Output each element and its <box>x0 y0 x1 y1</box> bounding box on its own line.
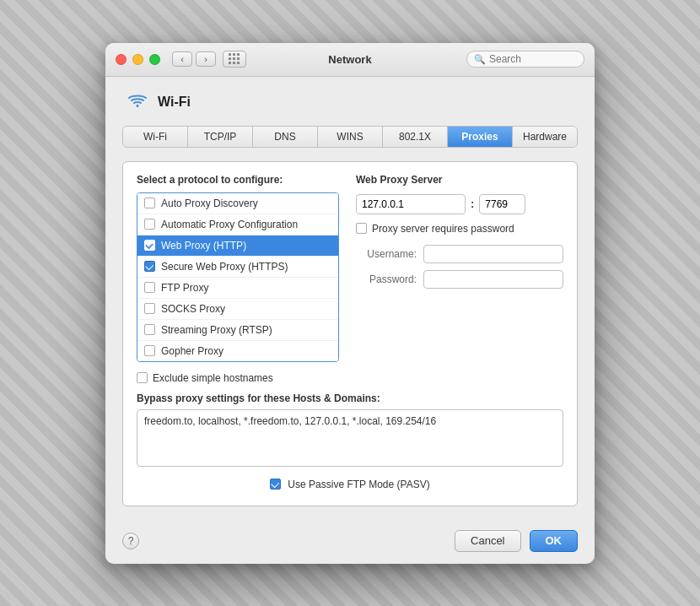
tab-wins[interactable]: WINS <box>318 127 383 147</box>
checkbox-streaming[interactable] <box>144 324 155 335</box>
protocol-item-streaming[interactable]: Streaming Proxy (RTSP) <box>137 320 338 341</box>
proxy-port-input[interactable] <box>479 194 525 214</box>
content-area: Wi-Fi Wi-Fi TCP/IP DNS WINS 802.1X Proxi… <box>105 77 595 520</box>
passive-ftp-label: Use Passive FTP Mode (PASV) <box>288 479 429 490</box>
network-window: ‹ › Network 🔍 <box>105 43 595 564</box>
protocol-item-auto-config[interactable]: Automatic Proxy Configuration <box>137 214 338 235</box>
protocol-label-gopher: Gopher Proxy <box>161 345 223 357</box>
proxy-ip-input[interactable] <box>356 194 466 214</box>
tab-proxies[interactable]: Proxies <box>448 127 513 147</box>
wifi-header: Wi-Fi <box>122 90 578 114</box>
footer: ? Cancel OK <box>105 520 595 564</box>
colon-separator: : <box>471 197 474 210</box>
checkbox-socks[interactable] <box>144 303 155 314</box>
tabs-bar: Wi-Fi TCP/IP DNS WINS 802.1X Proxies Har… <box>122 126 578 148</box>
tab-8021x[interactable]: 802.1X <box>383 127 448 147</box>
protocol-list: Auto Proxy Discovery Automatic Proxy Con… <box>137 192 339 362</box>
tab-dns[interactable]: DNS <box>253 127 318 147</box>
window-title: Network <box>328 53 371 66</box>
password-field-row: Password: <box>356 270 563 289</box>
password-row: Proxy server requires password <box>356 223 563 235</box>
search-bar[interactable]: 🔍 <box>466 51 584 68</box>
exclude-checkbox[interactable] <box>137 372 148 383</box>
protocol-label-web-https: Secure Web Proxy (HTTPS) <box>161 261 288 273</box>
cancel-button[interactable]: Cancel <box>455 530 520 552</box>
proxy-section: Web Proxy Server : Proxy server requires… <box>356 174 563 362</box>
tab-tcpip[interactable]: TCP/IP <box>188 127 253 147</box>
exclude-label: Exclude simple hostnames <box>153 372 273 384</box>
checkbox-web-http[interactable] <box>144 240 155 251</box>
tab-wifi[interactable]: Wi-Fi <box>123 127 188 147</box>
protocol-item-gopher[interactable]: Gopher Proxy <box>137 341 338 361</box>
protocol-item-socks[interactable]: SOCKS Proxy <box>137 299 338 320</box>
proxy-server-title: Web Proxy Server <box>356 174 563 186</box>
checkbox-ftp[interactable] <box>144 282 155 293</box>
protocol-item-web-https[interactable]: Secure Web Proxy (HTTPS) <box>137 257 338 278</box>
forward-button[interactable]: › <box>196 51 216 67</box>
search-input[interactable] <box>489 53 577 65</box>
checkbox-gopher[interactable] <box>144 345 155 356</box>
panel-row: Select a protocol to configure: Auto Pro… <box>137 174 563 362</box>
username-input[interactable] <box>423 245 563 263</box>
protocol-label-streaming: Streaming Proxy (RTSP) <box>161 324 272 336</box>
checkbox-auto-discovery[interactable] <box>144 197 155 208</box>
titlebar-nav: ‹ › <box>172 51 216 67</box>
proxy-address-row: : <box>356 194 563 214</box>
protocol-item-auto-discovery[interactable]: Auto Proxy Discovery <box>137 193 338 214</box>
exclude-row: Exclude simple hostnames <box>137 372 563 384</box>
username-row: Username: <box>356 245 563 263</box>
grid-button[interactable] <box>223 51 246 68</box>
tab-hardware[interactable]: Hardware <box>513 127 577 147</box>
protocol-item-ftp[interactable]: FTP Proxy <box>137 278 338 299</box>
protocol-label-web-http: Web Proxy (HTTP) <box>161 240 246 252</box>
bypass-textarea[interactable]: freedom.to, localhost, *.freedom.to, 127… <box>137 409 563 467</box>
password-label: Password: <box>356 273 417 285</box>
titlebar: ‹ › Network 🔍 <box>105 43 595 77</box>
search-icon: 🔍 <box>474 54 486 65</box>
traffic-lights <box>116 54 160 65</box>
protocol-label-socks: SOCKS Proxy <box>161 303 225 315</box>
svg-point-0 <box>137 105 139 107</box>
help-button[interactable]: ? <box>122 533 139 549</box>
bottom-section: Exclude simple hostnames Bypass proxy se… <box>137 372 563 490</box>
close-button[interactable] <box>116 54 127 65</box>
requires-password-label: Proxy server requires password <box>372 223 514 235</box>
password-input[interactable] <box>423 270 563 289</box>
main-panel: Select a protocol to configure: Auto Pro… <box>122 161 578 506</box>
protocol-label-auto-discovery: Auto Proxy Discovery <box>161 197 258 209</box>
wifi-icon <box>126 90 149 114</box>
grid-icon <box>229 53 240 65</box>
passive-ftp-row: Use Passive FTP Mode (PASV) <box>137 479 563 490</box>
username-label: Username: <box>356 248 417 260</box>
requires-password-checkbox[interactable] <box>356 223 367 234</box>
maximize-button[interactable] <box>149 54 160 65</box>
protocol-section: Select a protocol to configure: Auto Pro… <box>137 174 339 362</box>
protocol-section-title: Select a protocol to configure: <box>137 174 339 186</box>
wifi-label: Wi-Fi <box>158 95 191 110</box>
checkbox-web-https[interactable] <box>144 261 155 272</box>
ok-button[interactable]: OK <box>530 530 579 552</box>
protocol-item-web-http[interactable]: Web Proxy (HTTP) <box>137 235 338 257</box>
protocol-label-auto-config: Automatic Proxy Configuration <box>161 219 298 230</box>
checkbox-auto-config[interactable] <box>144 219 155 230</box>
passive-ftp-checkbox[interactable] <box>270 479 281 490</box>
bypass-label: Bypass proxy settings for these Hosts & … <box>137 392 563 404</box>
protocol-label-ftp: FTP Proxy <box>161 282 208 294</box>
back-button[interactable]: ‹ <box>172 51 192 67</box>
minimize-button[interactable] <box>132 54 143 65</box>
